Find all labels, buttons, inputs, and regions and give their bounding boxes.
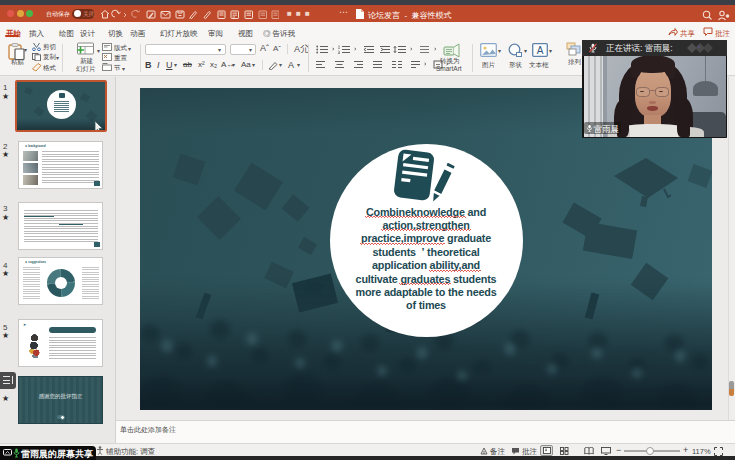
svg-text:A: A xyxy=(537,45,544,56)
